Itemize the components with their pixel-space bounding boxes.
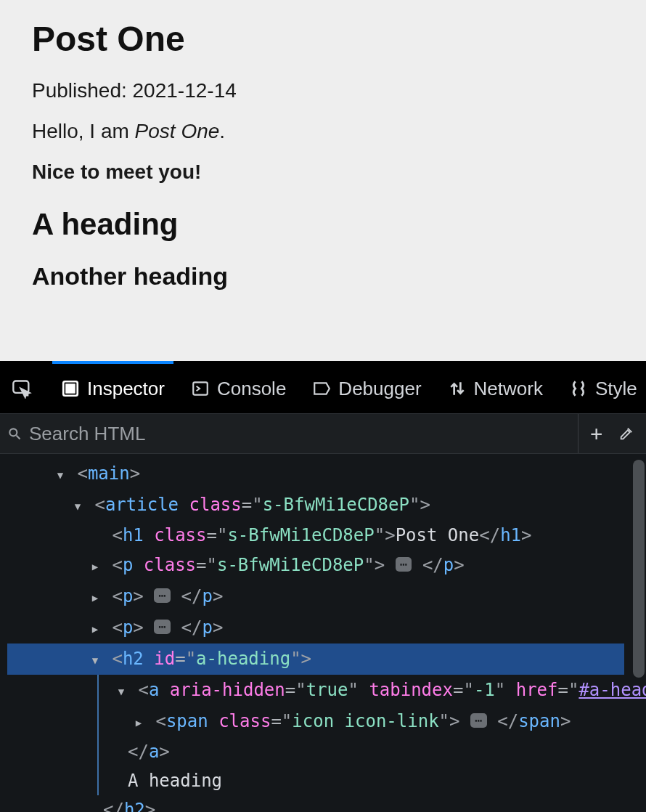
tab-network-label: Network	[474, 378, 543, 400]
expand-arrow-icon[interactable]	[54, 458, 67, 490]
tab-inspector-label: Inspector	[87, 378, 165, 400]
dom-children-guide: <a aria-hidden="true" tabindex="-1" href…	[97, 675, 646, 795]
devtools-panel: Inspector Console Debugger Network	[0, 361, 646, 812]
published-line: Published: 2021-12-14	[32, 79, 614, 102]
tab-inspector[interactable]: Inspector	[57, 364, 169, 413]
heading-h3: Another heading	[32, 262, 614, 291]
svg-rect-2	[67, 385, 75, 393]
collapsed-ellipsis[interactable]: ⋯	[154, 620, 171, 634]
published-date: 2021-12-14	[133, 79, 237, 102]
page-title: Post One	[32, 19, 614, 59]
dom-text-a-heading[interactable]: A heading	[112, 766, 646, 795]
dom-node-h2-close[interactable]: </h2>	[7, 795, 646, 812]
add-node-button[interactable]: +	[590, 422, 602, 446]
element-picker-icon	[12, 378, 32, 399]
network-icon	[448, 379, 467, 398]
tab-console[interactable]: Console	[187, 364, 290, 413]
eyedropper-icon[interactable]	[618, 426, 634, 442]
collapsed-ellipsis[interactable]: ⋯	[154, 588, 171, 603]
collapsed-ellipsis[interactable]: ⋯	[396, 557, 412, 572]
dom-node-a-close[interactable]: </a>	[112, 737, 646, 766]
tab-debugger-label: Debugger	[338, 378, 421, 400]
devtools-search-row: +	[0, 413, 646, 454]
dom-node-h2[interactable]: <h2 id="a-heading">	[7, 643, 624, 675]
tab-style-editor[interactable]: Style	[565, 364, 642, 413]
debugger-icon	[312, 379, 331, 398]
active-tab-highlight	[52, 361, 173, 364]
expand-arrow-icon[interactable]	[89, 581, 102, 612]
style-editor-icon	[569, 379, 588, 398]
element-picker-button[interactable]	[7, 364, 39, 413]
svg-point-4	[9, 429, 17, 436]
heading-h2: A heading	[32, 207, 614, 242]
expand-arrow-icon[interactable]	[71, 490, 84, 521]
dom-node-a-h2[interactable]: <a aria-hidden="true" tabindex="-1" href…	[112, 675, 646, 706]
intro-emphasis: Post One	[135, 120, 220, 142]
intro-line: Hello, I am Post One.	[32, 120, 614, 143]
dom-node-main[interactable]: <main>	[7, 458, 646, 490]
dom-node-p2[interactable]: <p> ⋯ </p>	[7, 581, 646, 612]
dom-node-span-icon[interactable]: <span class="icon icon-link"> ⋯ </span>	[112, 706, 646, 737]
tab-style-editor-label: Style	[595, 378, 637, 400]
search-input[interactable]	[28, 422, 571, 446]
devtools-search-actions: +	[578, 414, 646, 453]
devtools-toolbar: Inspector Console Debugger Network	[0, 361, 646, 413]
dom-tree[interactable]: <main> <article class="s-BfwMi1eCD8eP"> …	[0, 454, 646, 812]
expand-arrow-icon[interactable]	[89, 612, 102, 643]
href-link[interactable]: #a-heading	[578, 680, 646, 700]
dom-node-h1[interactable]: <h1 class="s-BfwMi1eCD8eP">Post One</h1>	[7, 521, 646, 550]
tab-console-label: Console	[217, 378, 286, 400]
inspector-icon	[61, 379, 80, 398]
console-icon	[191, 379, 210, 398]
expand-arrow-icon[interactable]	[89, 643, 102, 675]
dom-tree-container: <main> <article class="s-BfwMi1eCD8eP"> …	[0, 454, 646, 812]
dom-node-p3[interactable]: <p> ⋯ </p>	[7, 612, 646, 643]
collapsed-ellipsis[interactable]: ⋯	[470, 713, 487, 728]
expand-arrow-icon[interactable]	[89, 550, 102, 581]
expand-arrow-icon[interactable]	[115, 675, 128, 706]
page-content: Post One Published: 2021-12-14 Hello, I …	[0, 0, 646, 361]
tab-debugger[interactable]: Debugger	[308, 364, 425, 413]
search-icon	[7, 426, 22, 441]
dom-node-p1[interactable]: <p class="s-BfwMi1eCD8eP"> ⋯ </p>	[7, 550, 646, 581]
tab-network[interactable]: Network	[443, 364, 547, 413]
html-search[interactable]	[0, 422, 578, 446]
published-prefix: Published:	[32, 79, 133, 102]
expand-arrow-icon[interactable]	[132, 706, 145, 737]
dom-node-article[interactable]: <article class="s-BfwMi1eCD8eP">	[7, 490, 646, 521]
nice-line: Nice to meet you!	[32, 161, 614, 184]
